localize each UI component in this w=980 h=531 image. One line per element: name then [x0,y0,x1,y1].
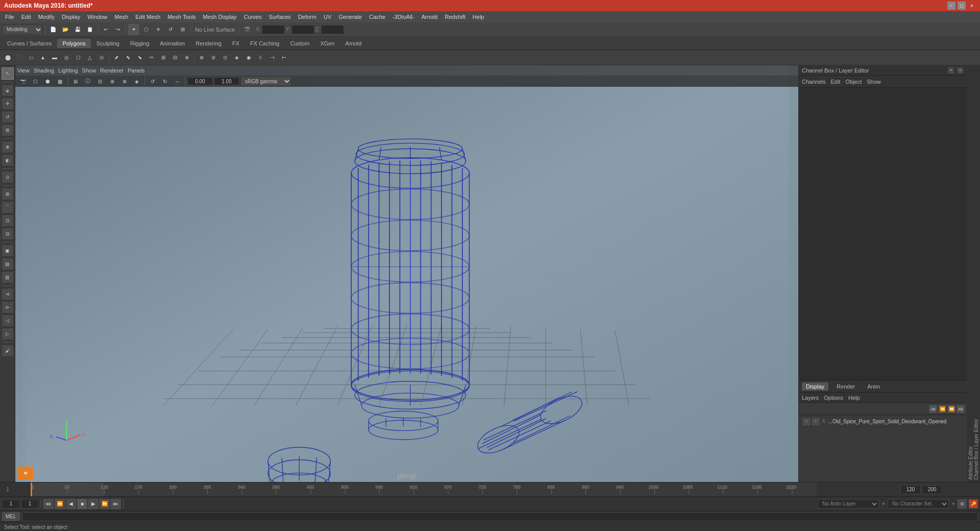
snap-point[interactable]: ⊡ [2,214,14,227]
step-fwd-btn[interactable]: ⏩ [100,499,110,509]
step-sample-back[interactable]: ◁ [2,315,14,327]
vp-offset-field[interactable] [187,77,213,85]
mode-dropdown[interactable]: Modeling [2,25,43,35]
layer-step-fwd[interactable]: ⏩ [947,405,955,413]
shelf-remesh[interactable]: ◊ [255,52,266,63]
shelf-separate[interactable]: ⊘ [208,52,219,63]
tab-curves-surfaces[interactable]: Curves / Surfaces [2,39,57,48]
cb-tab-edit[interactable]: Edit [830,79,840,85]
range-end-field[interactable] [900,485,921,494]
vp-rotate-right[interactable]: ↻ [159,76,170,87]
menu-window[interactable]: Window [84,13,110,21]
layer-skip-back[interactable]: ⏮ [929,405,937,413]
menu-3dto-all[interactable]: -3DtoAll- [389,13,418,21]
attribute-editor-strip[interactable]: Attribute Editor Channel Box / Layer Edi… [967,65,980,482]
minimize-button[interactable]: − [947,2,955,10]
vp-grid-btn[interactable]: ⊞ [70,76,81,87]
vp-rotate-left[interactable]: ↺ [147,76,158,87]
lasso-tool-btn[interactable]: ⬡ [140,24,152,35]
vp-menu-show[interactable]: Show [82,67,96,74]
pb-autokey-btn[interactable]: 🔑 [969,499,978,509]
layer-tab-anim[interactable]: Anim [863,382,884,391]
save-scene-btn[interactable]: 💾 [72,24,83,35]
undo-btn[interactable]: ↩ [100,24,111,35]
move-tool-left[interactable]: ✛ [2,98,14,110]
vp-wireframe[interactable]: ⬡ [30,76,41,87]
play-back-btn[interactable]: ◀ [66,499,76,509]
vp-textured[interactable]: ▦ [54,76,65,87]
select-tool-btn[interactable]: ✦ [128,24,139,35]
anim-layer-dropdown[interactable]: No Anim Layer [818,499,879,509]
menu-cache[interactable]: Cache [366,13,388,21]
x-field[interactable] [262,25,285,34]
menu-edit-mesh[interactable]: Edit Mesh [132,13,163,21]
z-field[interactable] [321,25,344,34]
shelf-sphere[interactable]: ⬤ [2,52,13,63]
paintfx-tool[interactable]: 🖌 [2,345,14,357]
jump-start-btn[interactable]: ⏮ [43,499,54,509]
vp-flip[interactable]: ↔ [172,76,183,87]
cb-tab-channels[interactable]: Channels [802,79,825,85]
layer-opt-options[interactable]: Options [824,395,843,401]
tab-polygons[interactable]: Polygons [57,39,90,48]
vp-plugin[interactable]: ⊕ [107,76,118,87]
snap-grid[interactable]: ⊞ [2,188,14,200]
char-set-dropdown[interactable]: No Character Set [888,499,949,509]
menu-file[interactable]: File [2,13,17,21]
tab-arnold[interactable]: Arnold [340,39,367,48]
menu-curves[interactable]: Curves [241,13,265,21]
vp-menu-view[interactable]: View [17,67,30,74]
tab-animation[interactable]: Animation [155,39,190,48]
layer-vis-v[interactable]: V [803,418,810,425]
maximize-button[interactable]: □ [958,2,966,10]
rotate-tool-left[interactable]: ↺ [2,111,14,123]
paint-select-tool[interactable]: ⬙ [2,84,14,96]
shelf-smooth[interactable]: ◈ [231,52,242,63]
timeline-ruler[interactable]: 1 55 120 175 230 285 340 395 450 505 560… [31,482,817,496]
menu-help[interactable]: Help [470,13,487,21]
batch-render[interactable]: ▥ [2,271,14,283]
soft-modify[interactable]: ◐ [2,154,14,166]
scale-tool-btn[interactable]: ⊞ [177,24,188,35]
scale-tool-left[interactable]: ⊞ [2,124,14,136]
y-field[interactable] [291,25,314,34]
menu-arnold[interactable]: Arnold [419,13,441,21]
open-scene-btn[interactable]: 📂 [60,24,71,35]
vp-menu-shading[interactable]: Shading [34,67,54,74]
cb-tab-object[interactable]: Object [845,79,862,85]
step-back-btn[interactable]: ⏪ [55,499,65,509]
layer-tab-render[interactable]: Render [832,382,859,391]
max-end-field[interactable] [922,485,942,494]
layer-skip-fwd[interactable]: ⏭ [957,405,965,413]
ipr-render[interactable]: ▤ [2,258,14,270]
vp-gamma-dropdown[interactable]: sRGB gamma [240,76,291,86]
menu-mesh-tools[interactable]: Mesh Tools [164,13,199,21]
range-start-field[interactable] [21,499,39,509]
vp-focus[interactable]: ◈ [131,76,142,87]
script-input-field[interactable] [22,512,978,521]
snap-curve[interactable]: ⌒ [2,201,14,213]
pb-settings-btn[interactable]: ⚙ [958,499,967,509]
shelf-plane[interactable]: ▬ [49,52,60,63]
shelf-insert-edgeloop[interactable]: ⊞ [158,52,169,63]
menu-display[interactable]: Display [59,13,83,21]
shelf-prism[interactable]: ⬠ [72,52,84,63]
shelf-pyramid[interactable]: △ [84,52,95,63]
shelf-combine[interactable]: ⊗ [196,52,207,63]
layer-opt-layers[interactable]: Layers [802,395,819,401]
vp-menu-lighting[interactable]: Lighting [58,67,78,74]
script-lang-mel[interactable]: MEL [2,512,20,521]
vp-menu-renderer[interactable]: Renderer [100,67,124,74]
shelf-offset-edgeloop[interactable]: ⊟ [169,52,181,63]
viewport[interactable]: View Shading Lighting Show Renderer Pane… [15,65,798,482]
rotate-tool-btn[interactable]: ↺ [165,24,176,35]
shelf-cylinder[interactable]: ⬭ [26,52,37,63]
shelf-torus[interactable]: ◎ [61,52,72,63]
new-scene-btn[interactable]: 📄 [47,24,59,35]
shelf-extrude[interactable]: ⬈ [111,52,122,63]
render-region[interactable]: ▣ [2,245,14,257]
vp-heads-up[interactable]: ⓘ [82,76,93,87]
menu-mesh[interactable]: Mesh [111,13,131,21]
vp-resolution[interactable]: ⊟ [94,76,106,87]
tab-custom[interactable]: Custom [285,39,315,48]
